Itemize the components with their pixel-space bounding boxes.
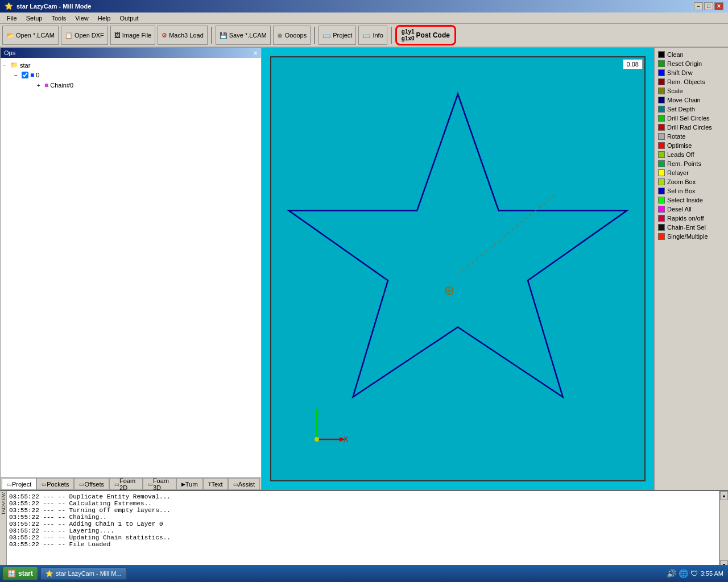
ops-tab-assist[interactable]: ▭ Assist (228, 478, 260, 489)
tool-item-3[interactable]: Rem. Objects (657, 77, 726, 86)
svg-line-1 (458, 193, 557, 275)
oops-button[interactable]: ● Oooops (273, 26, 311, 45)
log-scrollbar[interactable]: ▲ ▼ (719, 491, 728, 569)
log-content[interactable]: 03:55:22 --- -- Duplicate Entity Removal… (7, 491, 719, 569)
tool-item-8[interactable]: Drill Rad Circles (657, 123, 726, 132)
canvas-area[interactable]: ⊕ X 0.08 (262, 48, 654, 490)
tree-root-label: star (20, 62, 30, 69)
post-code-button[interactable]: g1y1 g1x0 Post Code (395, 25, 456, 45)
ops-tab-offsets[interactable]: ▭ Offsets (74, 478, 109, 489)
oops-icon: ● (277, 30, 283, 41)
menu-setup[interactable]: Setup (22, 14, 47, 23)
zoom-indicator: 0.08 (623, 59, 643, 69)
folder-icon: 📁 (10, 61, 18, 69)
tool-label-12: Rem. Points (667, 160, 701, 167)
image-icon: 🖼 (114, 32, 121, 39)
open-dxf-button[interactable]: 📋 Open DXF (61, 26, 108, 45)
menu-view[interactable]: View (71, 14, 93, 23)
start-button[interactable]: 🪟 start (2, 567, 38, 580)
svg-point-6 (315, 437, 319, 442)
ops-tab-text[interactable]: T Text (203, 478, 228, 489)
ops-tab-foam3d[interactable]: ▭ Foam 3D (143, 478, 176, 489)
taskbar-window-lazycam[interactable]: ⭐ star LazyCam - Mill M... (40, 567, 127, 580)
chain-icon: ■ (44, 81, 48, 89)
info-button[interactable]: ▭ Info (358, 26, 387, 45)
log-area: TADVIEW 03:55:22 --- -- Duplicate Entity… (0, 490, 728, 569)
tool-item-18[interactable]: Rapids on/off (657, 214, 726, 223)
open-lcam-button[interactable]: 📂 Open *.LCAM (2, 26, 59, 45)
tool-item-16[interactable]: Select Inside (657, 196, 726, 205)
save-lcam-button[interactable]: 💾 Save *.LCAM (216, 26, 271, 45)
ops-tab-offsets-icon: ▭ (79, 481, 84, 487)
tree-expand-chain[interactable]: + (37, 82, 43, 89)
menu-help[interactable]: Help (93, 14, 115, 23)
tool-item-2[interactable]: Shift Drw (657, 68, 726, 77)
tray-icon-3: 🛡 (690, 569, 698, 578)
tool-color-7 (658, 115, 665, 122)
ops-close-button[interactable]: ✕ (253, 50, 258, 56)
tool-item-7[interactable]: Drill Sel Circles (657, 114, 726, 123)
tool-item-10[interactable]: Optimise (657, 141, 726, 150)
tool-color-20 (658, 233, 665, 240)
app-icon: ⭐ (5, 2, 13, 10)
tool-item-14[interactable]: Zoom Box (657, 177, 726, 186)
tool-label-9: Rotate (667, 133, 685, 140)
tree-sub-chain: + ■ Chain#0 (37, 80, 259, 90)
tool-label-6: Set Depth (667, 106, 695, 113)
tool-color-3 (658, 78, 665, 85)
tool-color-4 (658, 88, 665, 94)
tree-expand-0[interactable]: − (14, 72, 20, 78)
tool-label-11: Leads Off (667, 151, 694, 158)
tree-checkbox-0[interactable] (22, 72, 28, 78)
menu-tools[interactable]: Tools (47, 14, 71, 23)
tool-color-1 (658, 60, 665, 67)
tree-sub-0: − ■ 0 + ■ Chain#0 (14, 70, 259, 90)
mach3-load-button[interactable]: ⚙ Mach3 Load (158, 26, 208, 45)
tool-item-0[interactable]: Clean (657, 50, 726, 59)
tool-color-16 (658, 197, 665, 203)
minimize-button[interactable]: − (694, 2, 703, 10)
tool-item-15[interactable]: Sel in Box (657, 186, 726, 196)
tool-item-4[interactable]: Scale (657, 86, 726, 95)
tool-label-4: Scale (667, 88, 683, 94)
scroll-up[interactable]: ▲ (720, 491, 728, 500)
tool-item-17[interactable]: Desel All (657, 205, 726, 214)
canvas-viewport[interactable]: ⊕ X (270, 56, 646, 481)
tree-expand-root[interactable]: − (3, 62, 9, 68)
toolbar-separator-2 (314, 27, 315, 44)
tool-item-13[interactable]: Relayer (657, 168, 726, 177)
ops-tab-turn[interactable]: ▶ Turn (176, 478, 203, 489)
tool-color-14 (658, 178, 665, 185)
tool-item-11[interactable]: Leads Off (657, 150, 726, 159)
log-line-2: 03:55:22 --- -- Turning off empty layers… (9, 507, 717, 514)
tool-item-19[interactable]: Chain-Ent Sel (657, 223, 726, 232)
menu-output[interactable]: Output (115, 14, 143, 23)
tool-item-20[interactable]: Single/Multiple (657, 232, 726, 241)
ops-tab-pockets[interactable]: ▭ Pockets (36, 478, 74, 489)
ops-title: Ops (4, 49, 15, 56)
ops-tab-foam2d[interactable]: ▭ Foam 2D (109, 478, 143, 489)
window-controls: − □ ✕ (694, 2, 723, 10)
tool-label-15: Sel in Box (667, 188, 696, 194)
tool-item-5[interactable]: Move Chain (657, 95, 726, 105)
ops-bottom-tabs: ▭ Project ▭ Pockets ▭ Offsets ▭ Foam 2D … (1, 477, 261, 489)
tool-item-1[interactable]: Reset Origin (657, 59, 726, 68)
ops-tab-foam2d-icon: ▭ (114, 481, 119, 487)
tool-item-12[interactable]: Rem. Points (657, 159, 726, 168)
ops-panel: Ops ✕ − 📁 star − ■ 0 + ■ (0, 48, 262, 490)
tool-item-6[interactable]: Set Depth (657, 105, 726, 114)
project-button[interactable]: ▭ Project (318, 26, 356, 45)
close-button[interactable]: ✕ (714, 2, 723, 10)
tool-item-9[interactable]: Rotate (657, 132, 726, 141)
toolbar-separator-3 (391, 27, 392, 44)
log-sidebar: TADVIEW (0, 491, 7, 569)
menu-file[interactable]: File (2, 14, 22, 23)
tool-color-17 (658, 206, 665, 213)
axis-svg: X (303, 405, 348, 451)
tool-color-8 (658, 124, 665, 131)
menu-bar: File Setup Tools View Help Output (0, 13, 728, 24)
tool-color-6 (658, 106, 665, 113)
ops-tab-project[interactable]: ▭ Project (2, 478, 36, 489)
maximize-button[interactable]: □ (704, 2, 713, 10)
image-file-button[interactable]: 🖼 Image File (110, 26, 155, 45)
